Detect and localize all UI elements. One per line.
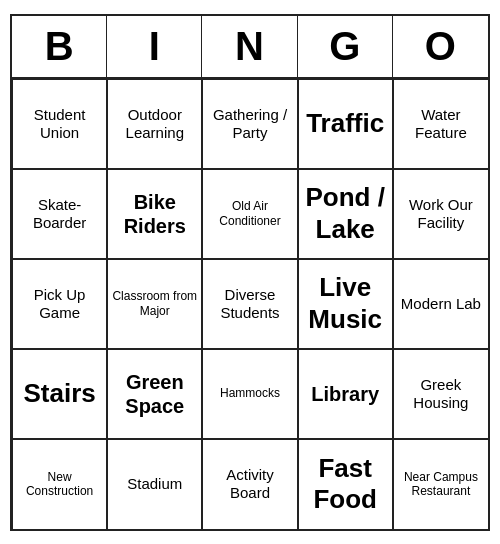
bingo-cell-5: Skate-Boarder: [12, 169, 107, 259]
bingo-cell-text-22: Activity Board: [207, 466, 292, 502]
bingo-cell-7: Old Air Conditioner: [202, 169, 297, 259]
bingo-cell-14: Modern Lab: [393, 259, 488, 349]
bingo-cell-text-9: Work Our Facility: [398, 196, 484, 232]
bingo-cell-4: Water Feature: [393, 79, 488, 169]
bingo-cell-text-3: Traffic: [303, 108, 388, 139]
bingo-cell-text-12: Diverse Students: [207, 286, 292, 322]
bingo-cell-text-8: Pond / Lake: [303, 182, 388, 244]
bingo-cell-18: Library: [298, 349, 393, 439]
bingo-cell-24: Near Campus Restaurant: [393, 439, 488, 529]
bingo-cell-19: Greek Housing: [393, 349, 488, 439]
header-letter-o: O: [393, 16, 488, 77]
bingo-cell-text-14: Modern Lab: [398, 295, 484, 313]
header-letter-i: I: [107, 16, 202, 77]
bingo-cell-text-13: Live Music: [303, 272, 388, 334]
bingo-cell-13: Live Music: [298, 259, 393, 349]
bingo-cell-10: Pick Up Game: [12, 259, 107, 349]
bingo-cell-text-5: Skate-Boarder: [17, 196, 102, 232]
bingo-cell-1: Outdoor Learning: [107, 79, 202, 169]
bingo-cell-text-19: Greek Housing: [398, 376, 484, 412]
bingo-cell-text-15: Stairs: [17, 378, 102, 409]
bingo-header: BINGO: [12, 16, 488, 79]
bingo-cell-23: Fast Food: [298, 439, 393, 529]
bingo-cell-text-18: Library: [303, 382, 388, 406]
header-letter-n: N: [202, 16, 297, 77]
bingo-cell-20: New Construction: [12, 439, 107, 529]
bingo-cell-text-23: Fast Food: [303, 453, 388, 515]
bingo-cell-text-17: Hammocks: [207, 386, 292, 400]
bingo-cell-11: Classroom from Major: [107, 259, 202, 349]
bingo-cell-text-2: Gathering / Party: [207, 106, 292, 142]
bingo-cell-21: Stadium: [107, 439, 202, 529]
bingo-grid: Student UnionOutdoor LearningGathering /…: [12, 79, 488, 529]
bingo-cell-text-6: Bike Riders: [112, 190, 197, 238]
bingo-cell-text-1: Outdoor Learning: [112, 106, 197, 142]
bingo-cell-text-20: New Construction: [17, 470, 102, 499]
bingo-cell-0: Student Union: [12, 79, 107, 169]
bingo-cell-8: Pond / Lake: [298, 169, 393, 259]
header-letter-b: B: [12, 16, 107, 77]
header-letter-g: G: [298, 16, 393, 77]
bingo-cell-text-7: Old Air Conditioner: [207, 199, 292, 228]
bingo-cell-22: Activity Board: [202, 439, 297, 529]
bingo-cell-text-10: Pick Up Game: [17, 286, 102, 322]
bingo-cell-16: Green Space: [107, 349, 202, 439]
bingo-cell-text-16: Green Space: [112, 370, 197, 418]
bingo-cell-text-4: Water Feature: [398, 106, 484, 142]
bingo-cell-text-24: Near Campus Restaurant: [398, 470, 484, 499]
bingo-cell-2: Gathering / Party: [202, 79, 297, 169]
bingo-cell-3: Traffic: [298, 79, 393, 169]
bingo-cell-17: Hammocks: [202, 349, 297, 439]
bingo-cell-text-21: Stadium: [112, 475, 197, 493]
bingo-cell-text-0: Student Union: [17, 106, 102, 142]
bingo-cell-6: Bike Riders: [107, 169, 202, 259]
bingo-cell-text-11: Classroom from Major: [112, 289, 197, 318]
bingo-cell-15: Stairs: [12, 349, 107, 439]
bingo-cell-9: Work Our Facility: [393, 169, 488, 259]
bingo-card: BINGO Student UnionOutdoor LearningGathe…: [10, 14, 490, 531]
bingo-cell-12: Diverse Students: [202, 259, 297, 349]
